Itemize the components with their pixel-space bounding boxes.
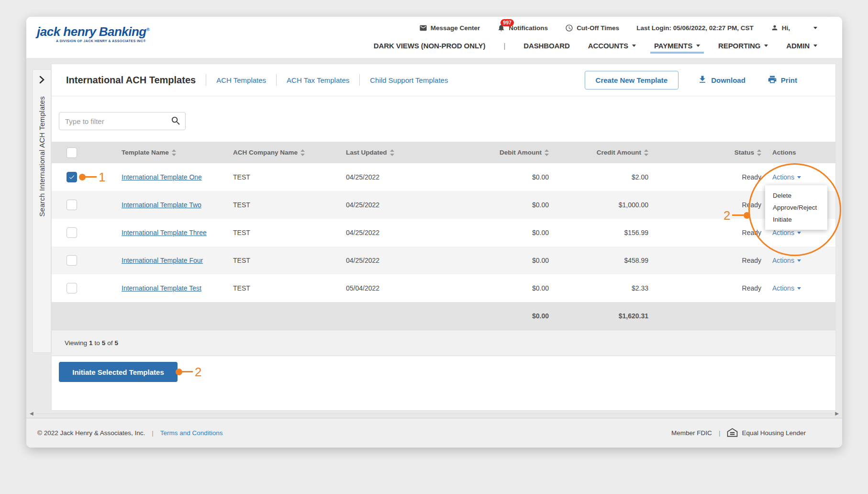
row-checkbox[interactable] — [67, 172, 77, 182]
menu-item-initiate[interactable]: Initiate — [765, 213, 827, 225]
filter-input[interactable] — [59, 112, 186, 130]
tab-ach-templates[interactable]: ACH Templates — [216, 76, 266, 84]
create-new-template-button[interactable]: Create New Template — [585, 71, 679, 90]
filter-box — [59, 112, 186, 130]
tab-child-support-templates[interactable]: Child Support Templates — [370, 76, 448, 84]
main-nav: DARK VIEWS (NON-PROD ONLY) | DASHBOARD A… — [374, 42, 817, 54]
download-icon — [698, 75, 707, 86]
column-header-debit-amount[interactable]: Debit Amount — [456, 149, 552, 156]
notifications-badge: 997 — [501, 19, 514, 26]
table-row: International Template Three TEST 04/25/… — [52, 219, 835, 247]
greeting-label: Hi, — [782, 24, 790, 32]
footer-divider: | — [152, 429, 154, 437]
tab-ach-tax-templates[interactable]: ACH Tax Templates — [287, 76, 349, 84]
search-templates-side-panel: Search International ACH Templates — [33, 69, 51, 353]
table-row: International Template Two TEST 04/25/20… — [52, 191, 835, 219]
tab-divider — [206, 74, 206, 86]
sort-icon — [757, 149, 761, 156]
sort-icon — [644, 149, 648, 156]
viewing-from: 1 — [89, 339, 93, 347]
nav-dashboard[interactable]: DASHBOARD — [523, 42, 570, 54]
table-row: International Template Test TEST 05/04/2… — [52, 274, 835, 302]
menu-item-delete[interactable]: Delete — [765, 190, 827, 202]
templates-panel: International ACH Templates ACH Template… — [51, 64, 836, 411]
message-center-label: Message Center — [431, 24, 480, 32]
chevron-down-icon — [764, 45, 768, 47]
column-header-status[interactable]: Status — [652, 149, 765, 156]
table-row: International Template Four TEST 04/25/2… — [52, 247, 835, 274]
page-title: International ACH Templates — [66, 75, 196, 86]
jack-henry-logo: jack henryBanking® A DIVISION OF JACK HE… — [37, 25, 149, 43]
column-header-ach-company-name[interactable]: ACH Company Name — [233, 149, 346, 156]
tab-divider — [359, 74, 360, 86]
scroll-right-arrow[interactable]: ▶ — [835, 411, 839, 416]
terms-and-conditions-link[interactable]: Terms and Conditions — [160, 429, 223, 437]
row-checkbox[interactable] — [67, 227, 77, 238]
credit-amount-cell: $2.00 — [552, 173, 652, 181]
message-center-link[interactable]: Message Center — [419, 24, 480, 32]
debit-amount-cell: $0.00 — [456, 284, 552, 292]
user-menu[interactable]: Hi, — [771, 24, 817, 32]
content-area: Search International ACH Templates Inter… — [26, 58, 842, 418]
column-header-actions: Actions — [765, 149, 836, 156]
member-fdic-text: Member FDIC — [671, 429, 712, 437]
cutoff-times-link[interactable]: Cut-Off Times — [565, 24, 619, 32]
print-button[interactable]: Print — [768, 75, 797, 86]
table-row: International Template One TEST 04/25/20… — [52, 163, 835, 191]
chevron-down-icon — [696, 45, 700, 47]
debit-amount-cell: $0.00 — [456, 257, 552, 264]
search-icon[interactable] — [170, 115, 181, 128]
column-header-template-name[interactable]: Template Name — [122, 149, 233, 156]
debit-amount-cell: $0.00 — [456, 201, 552, 209]
template-name-link[interactable]: International Template Two — [122, 201, 201, 209]
last-updated-cell: 04/25/2022 — [346, 229, 456, 236]
debit-amount-cell: $0.00 — [456, 173, 552, 181]
actions-dropdown-link[interactable]: Actions — [772, 284, 836, 292]
last-updated-cell: 04/25/2022 — [346, 201, 456, 209]
row-checkbox[interactable] — [67, 255, 77, 266]
horizontal-scrollbar-track[interactable] — [36, 414, 833, 414]
chevron-down-icon — [632, 45, 636, 47]
nav-accounts[interactable]: ACCOUNTS — [588, 42, 636, 54]
menu-item-approve-reject[interactable]: Approve/Reject — [765, 202, 827, 213]
status-cell: Ready — [652, 173, 765, 181]
ach-company-cell: TEST — [233, 201, 346, 209]
row-checkbox[interactable] — [67, 200, 77, 210]
clock-icon — [565, 24, 573, 32]
row-checkbox[interactable] — [67, 283, 77, 293]
nav-payments[interactable]: PAYMENTS — [654, 42, 700, 54]
viewing-to: 5 — [102, 339, 106, 347]
total-credit-amount: $1,620.31 — [552, 312, 652, 320]
debit-amount-cell: $0.00 — [456, 229, 552, 236]
credit-amount-cell: $1,000.00 — [552, 201, 652, 209]
actions-dropdown-link[interactable]: Actions — [772, 257, 836, 264]
template-name-link[interactable]: International Template Four — [122, 257, 203, 264]
column-header-credit-amount[interactable]: Credit Amount — [552, 149, 652, 156]
nav-admin[interactable]: ADMIN — [786, 42, 817, 54]
column-header-last-updated[interactable]: Last Updated — [346, 149, 456, 156]
actions-dropdown-link[interactable]: Actions — [772, 173, 836, 181]
bell-icon: 997 — [497, 23, 505, 32]
actions-dropdown-link[interactable]: Actions — [772, 229, 836, 236]
nav-dark-views[interactable]: DARK VIEWS (NON-PROD ONLY) — [374, 42, 486, 54]
nav-reporting[interactable]: REPORTING — [718, 42, 768, 54]
initiate-selected-templates-button[interactable]: Initiate Selected Templates — [59, 362, 178, 382]
app-footer: © 2022 Jack Henry & Associates, Inc. | T… — [26, 418, 842, 448]
template-name-link[interactable]: International Template Test — [122, 284, 201, 292]
footer-divider: | — [719, 429, 721, 437]
user-menu-caret-icon[interactable] — [813, 27, 817, 29]
scroll-left-arrow[interactable]: ◀ — [30, 411, 33, 416]
app-header: jack henryBanking® A DIVISION OF JACK HE… — [26, 17, 842, 58]
credit-amount-cell: $156.99 — [552, 229, 652, 236]
user-icon — [771, 24, 779, 32]
viewing-summary: Viewing 1 to 5 of 5 — [52, 330, 835, 356]
template-name-link[interactable]: International Template Three — [122, 229, 207, 236]
totals-row: $0.00 $1,620.31 — [52, 302, 835, 330]
notifications-link[interactable]: 997 Notifications — [497, 23, 548, 32]
download-button[interactable]: Download — [698, 75, 746, 86]
table-header-row: Template Name ACH Company Name Last Upda… — [52, 142, 835, 163]
total-debit-amount: $0.00 — [456, 312, 552, 320]
select-all-checkbox[interactable] — [67, 147, 77, 158]
chevron-right-icon[interactable] — [39, 76, 45, 86]
template-name-link[interactable]: International Template One — [122, 173, 202, 181]
